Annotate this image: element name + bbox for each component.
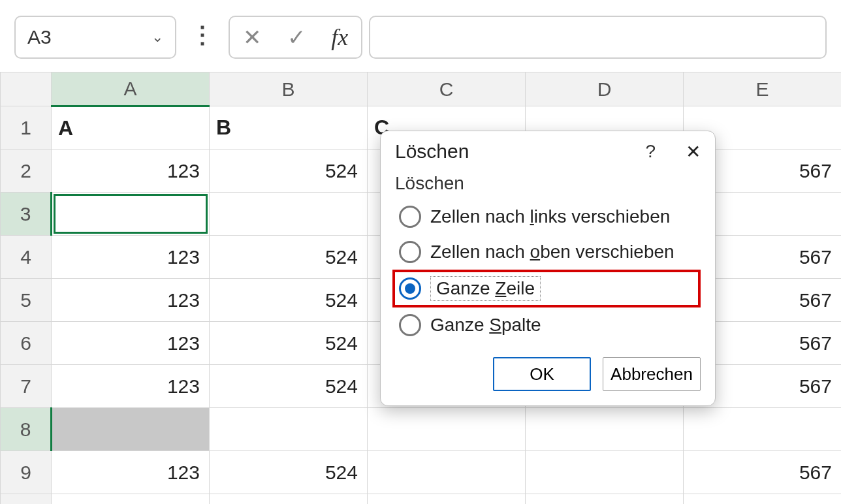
delete-option[interactable]: Zellen nach oben verschieben (392, 234, 701, 270)
cell[interactable]: 524 (210, 279, 368, 322)
cell[interactable]: B (210, 106, 368, 150)
radio-icon[interactable] (399, 206, 421, 228)
cell[interactable]: 524 (210, 365, 368, 408)
table-row: 8 (1, 408, 842, 451)
option-label: Ganze Zeile (436, 278, 535, 298)
dialog-titlebar[interactable]: Löschen ? ✕ (381, 131, 715, 163)
option-label: Ganze Spalte (430, 315, 541, 336)
cell[interactable]: 123 (52, 322, 210, 365)
cell[interactable]: 142 (526, 494, 684, 505)
dialog-title: Löschen (395, 140, 645, 163)
col-header-B[interactable]: B (210, 72, 368, 106)
row-header[interactable]: 3 (1, 193, 52, 236)
cell[interactable] (210, 193, 368, 236)
cell[interactable]: 524 (210, 322, 368, 365)
name-box[interactable]: A3 ⌄ (14, 16, 176, 59)
row-header[interactable]: 5 (1, 279, 52, 322)
cell[interactable] (368, 408, 526, 451)
cell[interactable] (52, 193, 210, 236)
fx-icon[interactable]: fx (331, 24, 348, 51)
active-cell[interactable] (54, 194, 208, 234)
table-row: 9123524567 (1, 451, 842, 494)
delete-option[interactable]: Zellen nach links verschieben (392, 199, 701, 234)
help-icon[interactable]: ? (645, 141, 656, 162)
ok-button[interactable]: OK (493, 357, 591, 391)
delete-option[interactable]: Ganze Spalte (392, 307, 701, 343)
cell[interactable] (368, 451, 526, 494)
col-header-E[interactable]: E (684, 72, 842, 106)
formula-input[interactable] (369, 16, 827, 59)
cell[interactable]: 123 (52, 150, 210, 193)
row-header[interactable]: 6 (1, 322, 52, 365)
cancel-formula-icon[interactable]: ✕ (243, 24, 261, 50)
row-header[interactable]: 7 (1, 365, 52, 408)
cell[interactable] (684, 408, 842, 451)
close-icon[interactable]: ✕ (686, 141, 701, 163)
cell[interactable] (526, 408, 684, 451)
cell[interactable]: 731 (368, 494, 526, 505)
cell[interactable] (52, 408, 210, 451)
row-header[interactable]: 10 (1, 494, 52, 505)
cell[interactable] (526, 451, 684, 494)
cell[interactable]: 123 (52, 494, 210, 505)
name-box-value: A3 (27, 26, 52, 48)
row-header[interactable]: 2 (1, 150, 52, 193)
column-header-row: A B C D E (1, 72, 842, 106)
cell[interactable]: A (52, 106, 210, 150)
cell[interactable]: 123 (52, 279, 210, 322)
dialog-buttons: OK Abbrechen (381, 343, 715, 391)
cell[interactable] (210, 408, 368, 451)
cell[interactable]: 123 (52, 365, 210, 408)
cancel-button[interactable]: Abbrechen (603, 357, 701, 391)
radio-icon[interactable] (399, 241, 421, 263)
radio-icon[interactable] (399, 277, 421, 300)
delete-option[interactable]: Ganze Zeile (392, 270, 701, 307)
vertical-dots-icon[interactable]: ⋮ (183, 22, 222, 53)
radio-icon[interactable] (399, 314, 421, 336)
formula-controls: ✕ ✓ fx (229, 16, 362, 59)
col-header-A[interactable]: A (52, 72, 210, 106)
row-header[interactable]: 1 (1, 106, 52, 150)
formula-bar: A3 ⌄ ⋮ ✕ ✓ fx (0, 0, 841, 72)
cell[interactable]: 524 (210, 494, 368, 505)
select-all-corner[interactable] (1, 72, 52, 106)
dialog-options: Zellen nach links verschiebenZellen nach… (381, 194, 715, 343)
row-header[interactable]: 8 (1, 408, 52, 451)
col-header-C[interactable]: C (368, 72, 526, 106)
cell[interactable]: 524 (210, 451, 368, 494)
col-header-D[interactable]: D (526, 72, 684, 106)
option-label: Zellen nach oben verschieben (430, 242, 674, 262)
confirm-formula-icon[interactable]: ✓ (287, 24, 306, 50)
cell[interactable]: 567 (684, 451, 842, 494)
cell[interactable]: 567 (684, 494, 842, 505)
row-header[interactable]: 4 (1, 236, 52, 279)
cell[interactable]: 524 (210, 236, 368, 279)
dialog-section-label: Löschen (381, 163, 715, 194)
cell[interactable]: 123 (52, 236, 210, 279)
delete-dialog: Löschen ? ✕ Löschen Zellen nach links ve… (380, 131, 716, 406)
chevron-down-icon[interactable]: ⌄ (151, 29, 163, 46)
cell[interactable]: 123 (52, 451, 210, 494)
table-row: 10123524731142567 (1, 494, 842, 505)
cell[interactable]: 524 (210, 150, 368, 193)
row-header[interactable]: 9 (1, 451, 52, 494)
option-label: Zellen nach links verschieben (430, 206, 670, 227)
